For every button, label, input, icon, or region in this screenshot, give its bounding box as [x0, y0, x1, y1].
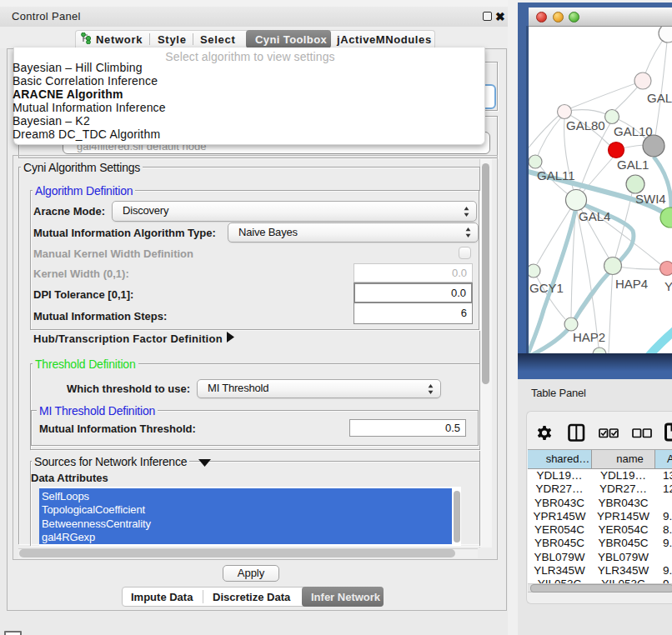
svg-text:GAL10: GAL10 — [614, 124, 653, 138]
svg-text:HAP2: HAP2 — [573, 330, 605, 344]
svg-text:GAL7: GAL7 — [647, 91, 672, 105]
svg-text:GCY1: GCY1 — [529, 281, 564, 295]
svg-text:SWI4: SWI4 — [635, 192, 666, 206]
svg-text:GAL4: GAL4 — [579, 209, 610, 223]
svg-text:GAL1: GAL1 — [617, 158, 649, 172]
svg-text:Y: Y — [664, 279, 672, 293]
svg-text:GAL80: GAL80 — [566, 118, 605, 132]
svg-text:GAL11: GAL11 — [537, 168, 575, 182]
svg-text:HAP4: HAP4 — [615, 277, 648, 291]
